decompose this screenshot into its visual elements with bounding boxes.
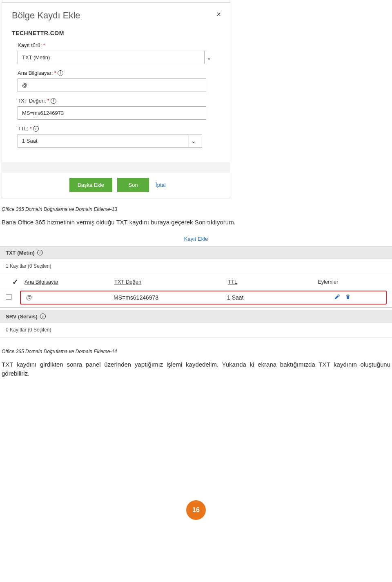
cancel-link[interactable]: İptal [156, 182, 166, 188]
add-record-link[interactable]: Kayıt Ekle [0, 236, 392, 242]
table-header-row: ✓ Ana Bilgisayar TXT Değeri TTL Eylemler [0, 274, 392, 290]
label-record-type: Kayıt türü: [18, 42, 42, 48]
txt-value-input[interactable] [18, 106, 206, 120]
srv-section-title: SRV (Servis) [6, 313, 38, 320]
figure-caption-14: Office 365 Domain Doğrulama ve Domain Ek… [2, 349, 392, 354]
divider [0, 307, 392, 308]
txt-section-title: TXT (Metin) [6, 250, 35, 256]
field-ttl: TTL: * i 1 Saat ⌄ [18, 125, 214, 148]
txt-record-count: 1 Kayıtlar (0 Seçilen) [0, 259, 392, 274]
modal-title: Bölge Kaydı Ekle [12, 10, 220, 21]
figure-caption-13: Office 365 Domain Doğrulama ve Domain Ek… [2, 206, 392, 212]
required-asterisk: * [47, 98, 49, 104]
required-asterisk: * [30, 125, 32, 132]
cell-host: @ [26, 294, 114, 301]
highlighted-row: @ MS=ms61246973 1 Saat [20, 291, 386, 304]
txt-records-table: ✓ Ana Bilgisayar TXT Değeri TTL Eylemler… [0, 274, 392, 304]
field-record-type: Kayıt türü: * TXT (Metin) ⌄ [18, 42, 214, 64]
info-icon[interactable]: i [33, 126, 39, 132]
required-asterisk: * [54, 70, 56, 76]
ttl-select[interactable]: 1 Saat ⌄ [18, 134, 202, 148]
page-number-badge: 16 [186, 500, 206, 520]
domain-name: TECHNETTR.COM [12, 30, 220, 36]
ttl-value: 1 Saat [18, 134, 202, 148]
col-header-host[interactable]: Ana Bilgisayar [24, 279, 114, 285]
info-icon[interactable]: i [37, 250, 43, 255]
col-header-value[interactable]: TXT Değeri [114, 279, 228, 285]
edit-icon[interactable] [334, 293, 341, 302]
paragraph-2: TXT kaydını girdikten sonra panel üzerin… [2, 360, 390, 378]
label-txt-value: TXT Değeri: [18, 98, 46, 104]
host-input[interactable] [18, 78, 206, 92]
divider [0, 338, 392, 338]
add-zone-record-modal: Bölge Kaydı Ekle × TECHNETTR.COM Kayıt t… [2, 2, 230, 199]
col-header-ttl[interactable]: TTL [228, 279, 314, 285]
field-host: Ana Bilgisayar: * i [18, 70, 214, 92]
record-type-value: TXT (Metin) [18, 51, 206, 64]
label-ttl: TTL: [18, 125, 29, 132]
info-icon[interactable]: i [58, 70, 63, 76]
select-all-checkmark-icon[interactable]: ✓ [12, 278, 18, 287]
chevron-down-icon: ⌄ [191, 138, 196, 144]
srv-record-count: 0 Kayıtlar (0 Seçilen) [0, 323, 392, 338]
chevron-down-icon: ⌄ [207, 54, 212, 61]
modal-footer-bg [2, 162, 230, 173]
srv-section-header: SRV (Servis) i [0, 310, 392, 323]
label-host: Ana Bilgisayar: [18, 70, 53, 76]
field-txt-value: TXT Değeri: * i [18, 98, 214, 120]
cell-ttl: 1 Saat [227, 294, 296, 301]
row-actions [334, 293, 351, 302]
txt-section-header: TXT (Metin) i [0, 246, 392, 259]
delete-icon[interactable] [345, 293, 351, 302]
finish-button[interactable]: Son [117, 178, 149, 192]
cell-value: MS=ms61246973 [114, 294, 227, 301]
paragraph-1: Bana Office 365 hizmetinin vermiş olduğu… [2, 218, 390, 227]
table-row: @ MS=ms61246973 1 Saat [0, 291, 392, 304]
add-another-button[interactable]: Başka Ekle [69, 178, 112, 192]
info-icon[interactable]: i [40, 313, 46, 319]
info-icon[interactable]: i [51, 98, 56, 104]
record-type-select[interactable]: TXT (Metin) ⌄ [18, 51, 214, 64]
row-checkbox[interactable] [6, 294, 11, 301]
col-header-actions: Eylemler [314, 279, 386, 285]
close-icon[interactable]: × [216, 10, 221, 19]
required-asterisk: * [43, 42, 45, 48]
